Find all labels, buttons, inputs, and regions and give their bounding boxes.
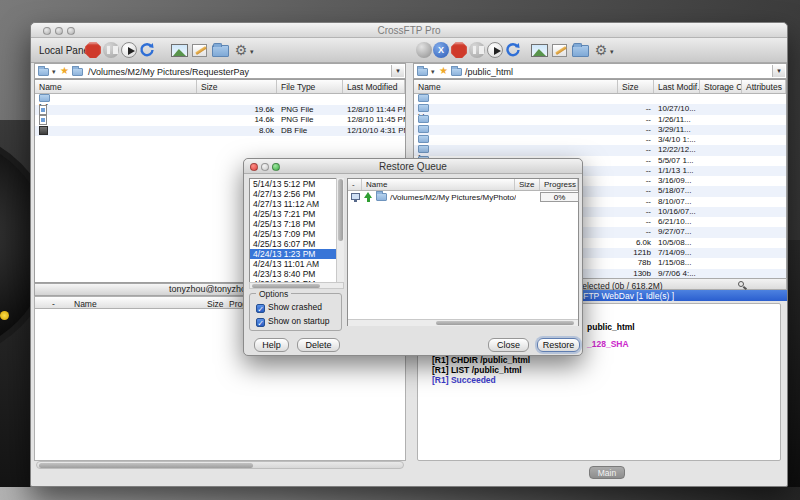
main-button[interactable]: Main bbox=[589, 466, 625, 479]
file-modified-cell: 6/21/10... bbox=[654, 217, 700, 227]
column-header[interactable]: Size bbox=[618, 80, 654, 93]
path-dropdown-arrow-icon[interactable]: ▾ bbox=[431, 68, 435, 76]
table-row[interactable]: blog--10/27/10... bbox=[414, 104, 786, 114]
column-header[interactable]: File Type bbox=[277, 80, 343, 93]
table-row[interactable]: flowplayer--3/4/10 1:... bbox=[414, 135, 786, 145]
scrollbar-thumb[interactable] bbox=[39, 463, 253, 468]
snapshot-item[interactable]: 4/25/13 7:21 PM bbox=[250, 209, 343, 219]
remote-gear-icon[interactable]: ⚙ bbox=[593, 42, 609, 58]
local-table-header[interactable]: NameSizeFile TypeLast Modified bbox=[35, 80, 405, 94]
new-folder-icon[interactable] bbox=[212, 45, 229, 57]
column-header[interactable]: Size bbox=[207, 299, 224, 309]
table-row[interactable]: forum--12/22/12... bbox=[414, 145, 786, 155]
snapshot-item[interactable]: 4/23/13 8:40 PM bbox=[250, 269, 343, 279]
help-button[interactable]: Help bbox=[254, 338, 289, 352]
edit-icon[interactable] bbox=[192, 44, 207, 57]
snapshot-item[interactable]: 4/27/13 2:56 PM bbox=[250, 189, 343, 199]
remote-path-bar[interactable]: ▾ ★ /public_html ▾ bbox=[413, 63, 787, 79]
snapshot-item[interactable]: 4/24/13 1:23 PM bbox=[250, 249, 343, 259]
snapshot-item[interactable]: 4/25/13 7:09 PM bbox=[250, 229, 343, 239]
dialog-titlebar[interactable]: Restore Queue bbox=[244, 159, 582, 174]
path-dropdown-arrow-icon[interactable]: ▾ bbox=[52, 68, 56, 76]
local-path-text[interactable]: /Volumes/M2/My Pictures/RequesterPay bbox=[88, 67, 249, 77]
scrollbar-thumb[interactable] bbox=[436, 321, 574, 325]
table-row[interactable]: Thumbs.db8.0kDB File12/10/10 4:31 PM bbox=[35, 126, 405, 137]
refresh-icon[interactable] bbox=[139, 42, 155, 58]
column-header[interactable]: Storage Cl... bbox=[700, 80, 742, 93]
column-header[interactable]: Size bbox=[515, 179, 540, 190]
column-header[interactable]: Name bbox=[35, 80, 197, 93]
show-on-startup-checkbox[interactable]: ✓Show on startup bbox=[256, 316, 329, 326]
column-header[interactable]: Progress bbox=[540, 179, 578, 190]
connect-icon[interactable] bbox=[416, 42, 432, 58]
snapshot-item[interactable]: 4/25/13 7:18 PM bbox=[250, 219, 343, 229]
column-header[interactable]: - bbox=[52, 299, 55, 309]
path-combo-arrow-icon[interactable]: ▾ bbox=[772, 65, 785, 77]
play-icon[interactable] bbox=[121, 42, 137, 58]
column-header[interactable]: Name bbox=[74, 299, 97, 309]
close-button[interactable]: Close bbox=[488, 338, 529, 352]
restore-queue-row[interactable]: /Volumes/M2/My Pictures/MyPhoto/2...0% bbox=[348, 191, 578, 203]
local-horizontal-scrollbar[interactable] bbox=[36, 461, 404, 469]
pause-icon[interactable] bbox=[103, 42, 119, 58]
preview-icon[interactable] bbox=[171, 44, 188, 57]
remote-new-folder-icon[interactable] bbox=[572, 45, 589, 57]
file-name-cell: blog bbox=[414, 104, 618, 114]
gear-icon[interactable]: ⚙ bbox=[233, 42, 249, 58]
delete-button[interactable]: Delete bbox=[297, 338, 340, 352]
table-row[interactable]: cust--3/29/11... bbox=[414, 125, 786, 135]
remote-edit-icon[interactable] bbox=[552, 44, 567, 57]
column-header[interactable]: Size bbox=[197, 80, 277, 93]
column-header[interactable]: Name bbox=[414, 80, 618, 93]
table-row[interactable]: [..] bbox=[35, 94, 405, 105]
attributes-cell bbox=[742, 104, 786, 114]
snapshot-item[interactable]: 4/27/13 11:12 AM bbox=[250, 199, 343, 209]
snapshot-horizontal-scrollbar[interactable] bbox=[249, 282, 344, 289]
attributes-cell bbox=[742, 156, 786, 166]
remote-gear-dropdown-arrow-icon[interactable]: ▾ bbox=[610, 48, 614, 56]
bookmark-star-icon[interactable]: ★ bbox=[439, 65, 448, 76]
snapshot-item[interactable]: 4/25/13 6:07 PM bbox=[250, 239, 343, 249]
search-icon[interactable] bbox=[738, 281, 744, 287]
snapshot-vertical-scrollbar[interactable] bbox=[336, 178, 344, 289]
snapshot-item[interactable]: 4/24/13 11:01 AM bbox=[250, 259, 343, 269]
column-header[interactable]: Attributes bbox=[742, 80, 786, 93]
window-titlebar[interactable]: CrossFTP Pro bbox=[31, 23, 787, 38]
scrollbar-thumb[interactable] bbox=[252, 284, 320, 288]
table-row[interactable]: [..] bbox=[414, 94, 786, 104]
path-combo-arrow-icon[interactable]: ▾ bbox=[391, 65, 404, 77]
car-wheel-badge bbox=[0, 311, 9, 320]
restore-button[interactable]: Restore bbox=[537, 338, 580, 352]
scrollbar-thumb[interactable] bbox=[338, 179, 343, 241]
remote-table-header[interactable]: NameSizeLast Modif...Storage Cl...Attrib… bbox=[414, 80, 786, 94]
stop-icon[interactable] bbox=[85, 42, 101, 58]
remote-pause-icon[interactable] bbox=[469, 42, 485, 58]
storage-class-cell bbox=[700, 145, 742, 155]
gear-dropdown-arrow-icon[interactable]: ▾ bbox=[250, 48, 254, 56]
local-path-bar[interactable]: ▾ ★ /Volumes/M2/My Pictures/RequesterPay… bbox=[34, 63, 406, 79]
restore-queue-header[interactable]: -NameSizeProgress bbox=[348, 179, 578, 191]
snapshot-item[interactable]: 5/14/13 5:12 PM bbox=[250, 179, 343, 189]
bookmark-star-icon[interactable]: ★ bbox=[60, 65, 69, 76]
checkbox-checked-icon[interactable]: ✓ bbox=[256, 304, 265, 313]
folder-icon[interactable] bbox=[38, 67, 49, 77]
checkbox-checked-icon[interactable]: ✓ bbox=[256, 318, 265, 327]
restore-queue-horizontal-scrollbar[interactable] bbox=[348, 319, 578, 326]
column-header[interactable]: Last Modif... bbox=[654, 80, 700, 93]
table-row[interactable]: cgi-bin--1/26/11... bbox=[414, 115, 786, 125]
table-row[interactable]: CrossFTP Nightly Pro_2010-12-08_23-44...… bbox=[35, 115, 405, 126]
column-header[interactable]: - bbox=[348, 179, 362, 190]
show-crashed-checkbox[interactable]: ✓Show crashed bbox=[256, 302, 322, 312]
remote-stop-icon[interactable] bbox=[451, 42, 467, 58]
column-header[interactable]: Name bbox=[362, 179, 515, 190]
attributes-cell bbox=[742, 166, 786, 176]
remote-preview-icon[interactable] bbox=[531, 44, 548, 57]
folder-icon[interactable] bbox=[417, 67, 428, 77]
remote-refresh-icon[interactable] bbox=[505, 42, 521, 58]
abort-icon[interactable]: X bbox=[433, 42, 449, 58]
table-row[interactable]: CrossFTP Nightly Pro_2010-12-08_23-42...… bbox=[35, 105, 405, 116]
column-header[interactable]: Last Modified bbox=[343, 80, 405, 93]
snapshot-list[interactable]: 5/14/13 5:12 PM4/27/13 2:56 PM4/27/13 11… bbox=[249, 178, 344, 289]
remote-play-icon[interactable] bbox=[487, 42, 503, 58]
remote-path-text[interactable]: /public_html bbox=[465, 67, 513, 77]
